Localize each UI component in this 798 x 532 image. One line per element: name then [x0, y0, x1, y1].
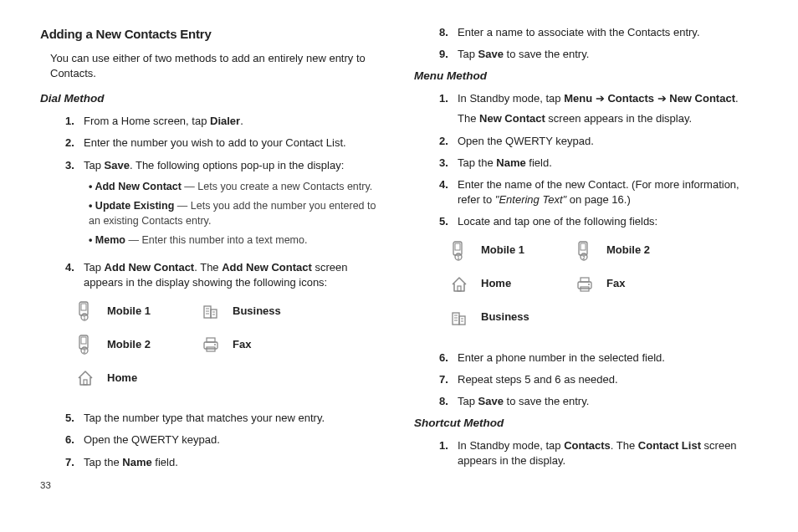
icon-item-mobile2: Mobile 2 — [573, 240, 698, 262]
page-number: 33 — [40, 478, 384, 492]
mobile1-icon — [448, 240, 469, 262]
step-8: 8. Enter a name to associate with the Co… — [439, 25, 758, 40]
shortcut-steps-list: 1. In Standby mode, tap Contacts. The Co… — [439, 438, 758, 468]
business-icon — [199, 300, 221, 322]
dial-method-heading: Dial Method — [40, 91, 384, 107]
step-3-bullets: Add New Contact — Lets you create a new … — [89, 180, 384, 248]
step-9: 9. Tap Save to save the entry. — [439, 47, 758, 62]
dial-steps-right: 8. Enter a name to associate with the Co… — [439, 25, 758, 62]
page-columns: Adding a New Contacts Entry You can use … — [40, 25, 758, 492]
step-5: 5. Tap the number type that matches your… — [65, 411, 384, 426]
home-icon — [74, 367, 95, 389]
fax-icon — [573, 274, 595, 295]
icon-item-fax: Fax — [199, 334, 325, 356]
menu-step-5: 5. Locate and tap one of the following f… — [439, 214, 758, 229]
intro-text: You can use either of two methods to add… — [50, 51, 384, 81]
home-icon — [448, 274, 469, 295]
dial-icon-grid: Mobile 1 Business Mobile 2 Fax Home — [74, 300, 384, 401]
menu-step-3: 3. Tap the Name field. — [439, 156, 758, 171]
shortcut-step-1: 1. In Standby mode, tap Contacts. The Co… — [439, 438, 758, 468]
business-icon — [448, 307, 469, 329]
step-2: 2. Enter the number you wish to add to y… — [65, 136, 384, 151]
dial-steps-list-cont: 5. Tap the number type that matches your… — [65, 411, 384, 470]
dial-steps-list: 1. From a Home screen, tap Dialer. 2. En… — [65, 114, 384, 290]
icon-item-fax: Fax — [573, 274, 698, 295]
menu-step-7: 7. Repeat steps 5 and 6 as needed. — [439, 372, 758, 387]
icon-item-home: Home — [448, 274, 573, 295]
right-column: 8. Enter a name to associate with the Co… — [414, 25, 758, 492]
step-1: 1. From a Home screen, tap Dialer. — [65, 114, 384, 129]
menu-icon-grid: Mobile 1 Mobile 2 Home Fax Business — [448, 240, 758, 340]
step-7: 7. Tap the Name field. — [65, 455, 384, 470]
step-4: 4. Tap Add New Contact. The Add New Cont… — [65, 260, 384, 290]
menu-step-2: 2. Open the QWERTY keypad. — [439, 134, 758, 149]
bullet-memo: Memo — Enter this number into a text mem… — [89, 233, 384, 248]
menu-step-8: 8. Tap Save to save the entry. — [439, 394, 758, 409]
mobile1-icon — [74, 300, 95, 322]
menu-step-1: 1. In Standby mode, tap Menu ➔ Contacts … — [439, 91, 758, 126]
icon-item-mobile2: Mobile 2 — [74, 334, 199, 356]
section-title: Adding a New Contacts Entry — [40, 25, 384, 43]
bullet-update-existing: Update Existing — Lets you add the numbe… — [89, 199, 384, 228]
step-3: 3. Tap Save. The following options pop-u… — [65, 158, 384, 253]
step-6: 6. Open the QWERTY keypad. — [65, 432, 384, 448]
menu-method-heading: Menu Method — [414, 69, 758, 84]
icon-item-business: Business — [448, 307, 573, 329]
mobile2-icon — [74, 334, 95, 356]
bullet-add-new: Add New Contact — Lets you create a new … — [89, 180, 384, 195]
icon-item-business: Business — [199, 300, 325, 322]
icon-item-mobile1: Mobile 1 — [74, 300, 199, 322]
menu-steps-list: 1. In Standby mode, tap Menu ➔ Contacts … — [439, 91, 758, 229]
fax-icon — [199, 334, 221, 356]
menu-step-4: 4. Enter the name of the new Contact. (F… — [439, 177, 758, 207]
shortcut-method-heading: Shortcut Method — [414, 416, 758, 432]
menu-step-6: 6. Enter a phone number in the selected … — [439, 350, 758, 366]
mobile2-icon — [573, 240, 595, 262]
menu-steps-list-cont: 6. Enter a phone number in the selected … — [439, 350, 758, 410]
left-column: Adding a New Contacts Entry You can use … — [40, 25, 384, 492]
icon-item-mobile1: Mobile 1 — [448, 240, 573, 262]
icon-item-home: Home — [74, 367, 199, 389]
